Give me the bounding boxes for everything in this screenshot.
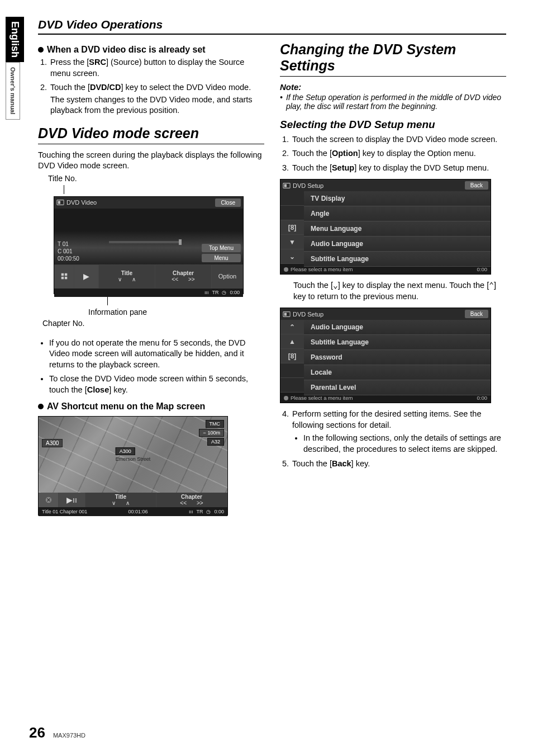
- map-screenshot: A300 TMC −100m A32 A300 Emerson Street: [38, 416, 228, 516]
- setup-item-audio-language[interactable]: Audio Language: [304, 237, 491, 252]
- dvd-mode-screenshot: DVD Video Close T 01 C 001 00:00:50 Top …: [54, 196, 244, 294]
- title-nav[interactable]: Title ∨∧: [99, 265, 155, 288]
- map-street-label: A300 Emerson Street: [116, 447, 151, 462]
- setup-item-locale[interactable]: Locale: [304, 365, 491, 380]
- setup-item-audio-language[interactable]: Audio Language: [304, 320, 491, 335]
- source-button[interactable]: [54, 265, 74, 288]
- dvd-header-label: DVD Video: [56, 199, 97, 206]
- map-chapter-nav[interactable]: Chapter <<>>: [156, 493, 227, 507]
- map-scale-chip: −100m: [199, 429, 224, 437]
- step-1: Press the [SRC] (Source) button to displ…: [49, 57, 264, 79]
- status-bar: ııı TR ◷ 0:00: [54, 288, 243, 297]
- title-up-icon: ∧: [132, 276, 136, 282]
- map-status-time: 00:01:06: [129, 509, 148, 514]
- heading-when-disc-set: When a DVD video disc is already set: [38, 45, 264, 55]
- r-step-5: Touch the [Back] key.: [291, 459, 506, 470]
- page-number: 26: [29, 724, 45, 741]
- map-title-nav[interactable]: Title ∨∧: [85, 493, 156, 507]
- setup-header-label: DVD Setup: [283, 182, 323, 190]
- play-pause-button[interactable]: ▶ıı: [59, 493, 85, 507]
- language-tab: English: [6, 17, 24, 62]
- option-button[interactable]: Option: [212, 265, 243, 288]
- setup-header-label: DVD Setup: [283, 310, 323, 318]
- volume-icon: ııı: [189, 509, 193, 514]
- back-button[interactable]: Back: [465, 181, 488, 190]
- top-menu-button[interactable]: Top Menu: [202, 244, 241, 252]
- heading-changing-settings: Changing the DVD System Settings: [280, 41, 506, 77]
- scroll-top-button[interactable]: [280, 191, 304, 206]
- callout-chapter-no: Chapter No.: [42, 319, 264, 328]
- setup-item-parental-level[interactable]: Parental Level: [304, 380, 491, 395]
- mode-screen-intro: Touching the screen during the playback …: [38, 150, 264, 172]
- close-icon: [45, 496, 53, 504]
- menu-button[interactable]: Menu: [202, 254, 241, 262]
- back-button[interactable]: Back: [465, 310, 488, 318]
- note-close: To close the DVD Video mode screen withi…: [49, 374, 264, 395]
- media-icon: [56, 199, 64, 206]
- svg-rect-4: [61, 277, 63, 279]
- svg-rect-3: [64, 273, 66, 276]
- chapter-nav[interactable]: Chapter <<>>: [155, 265, 212, 288]
- r-step-2: Touch the [Option] key to display the Op…: [291, 148, 506, 159]
- heading-av-shortcut: AV Shortcut menu on the Map screen: [38, 401, 264, 412]
- note-heading: Note:: [280, 82, 506, 92]
- side-tab: English Owner's manual: [6, 17, 28, 120]
- scroll-bottom-button[interactable]: ⌄: [280, 249, 304, 264]
- scroll-bottom-button[interactable]: [280, 378, 304, 393]
- note-timeout: If you do not operate the menu for 5 sec…: [49, 338, 264, 371]
- chapter-next-icon: >>: [188, 276, 195, 282]
- setup-item-subtitle-language[interactable]: Subtitle Language: [304, 335, 491, 350]
- page-indicator: [8]: [280, 220, 304, 235]
- media-icon: [283, 182, 291, 190]
- heading-selecting-setup: Selecting the DVD Setup menu: [280, 119, 506, 131]
- setup-item-subtitle-language[interactable]: Subtitle Language: [304, 252, 491, 267]
- scroll-top-button[interactable]: ⌃: [280, 320, 304, 334]
- map-traffic-chip: TMC: [206, 420, 225, 428]
- scroll-instructions: Touch the [⌄] key to display the next me…: [293, 280, 506, 302]
- chapter-prev-icon: <<: [180, 500, 187, 506]
- dvd-setup-screenshot-2: DVD Setup Back ⌃ ▲ [8] Audio Language Su…: [280, 308, 491, 403]
- nav-cancel-button[interactable]: [39, 493, 59, 507]
- clock-icon: ◷: [206, 509, 211, 514]
- close-button[interactable]: Close: [215, 199, 241, 207]
- title-chapter-info: T 01 C 001 00:00:50: [58, 240, 79, 262]
- setup-item-menu-language[interactable]: Menu Language: [304, 221, 491, 237]
- page-title: DVD Video Operations: [38, 18, 506, 35]
- note-body: If the Setup operation is performed in t…: [280, 93, 506, 111]
- r-step-4: Perform setting for the desired setting …: [291, 409, 506, 455]
- scroll-down-button[interactable]: ▼: [280, 235, 304, 249]
- chapter-prev-icon: <<: [172, 276, 178, 282]
- model-label: MAX973HD: [53, 732, 85, 739]
- svg-rect-2: [61, 273, 63, 276]
- scroll-up-button[interactable]: ▲: [280, 334, 304, 349]
- r-step-1: Touch the screen to display the DVD Vide…: [291, 134, 506, 145]
- info-dot-icon: [284, 267, 288, 272]
- title-down-icon: ∨: [112, 500, 116, 506]
- dvd-setup-screenshot-1: DVD Setup Back [8] ▼ ⌄ TV Display Angle: [280, 179, 491, 275]
- setup-item-password[interactable]: Password: [304, 350, 491, 365]
- scroll-down-button[interactable]: [280, 363, 304, 378]
- svg-rect-8: [284, 184, 287, 187]
- svg-rect-10: [284, 313, 287, 315]
- chapter-next-icon: >>: [197, 500, 203, 506]
- r-step-4-sub: In the following sections, only the deta…: [303, 433, 506, 455]
- source-icon: [60, 272, 68, 280]
- scroll-up-button[interactable]: [280, 206, 304, 220]
- map-status-left: Title 01 Chapter 001: [42, 509, 87, 514]
- page-indicator: [8]: [280, 349, 304, 363]
- setup-item-angle[interactable]: Angle: [304, 206, 491, 221]
- info-dot-icon: [284, 396, 288, 400]
- setup-item-tv-display[interactable]: TV Display: [304, 191, 491, 206]
- progress-bar[interactable]: [109, 241, 182, 243]
- r-step-3: Touch the [Setup] key to display the DVD…: [291, 163, 506, 174]
- map-road-badge-left: A300: [42, 439, 63, 447]
- title-up-icon: ∧: [126, 500, 130, 506]
- step-2: Touch the [DVD/CD] key to select the DVD…: [49, 82, 264, 116]
- title-down-icon: ∨: [118, 276, 122, 282]
- volume-icon: ııı: [204, 290, 209, 295]
- play-pause-button[interactable]: ▶: [74, 265, 99, 288]
- scroll-up-key-icon: ⌃: [489, 280, 494, 291]
- scroll-down-key-icon: ⌄: [333, 280, 338, 291]
- clock-icon: ◷: [222, 290, 226, 295]
- manual-tab: Owner's manual: [6, 62, 20, 120]
